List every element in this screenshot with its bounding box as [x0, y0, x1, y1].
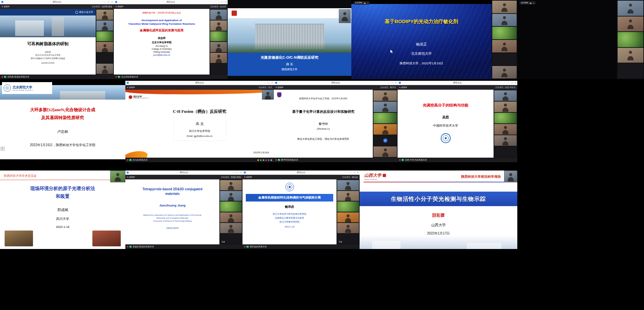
hamburger-menu-icon[interactable]	[1, 147, 5, 151]
meeting-window-13: 山西大学 Shanxi University 陕西科技大学前沿科学报告 生物活性…	[360, 170, 517, 249]
participant-video-tile[interactable]	[96, 10, 113, 20]
participant-video-tile[interactable]	[96, 53, 113, 63]
participant-video-tile[interactable]	[220, 201, 242, 212]
participant-video-tile[interactable]	[96, 31, 113, 42]
participant-sidebar[interactable]	[494, 90, 517, 158]
participant-video-tile[interactable]	[618, 48, 643, 63]
participant-video-tile[interactable]	[337, 223, 359, 233]
participant-video-tile[interactable]: R	[373, 135, 397, 146]
self-view-video[interactable]	[110, 170, 125, 182]
participant-video-tile[interactable]	[494, 113, 517, 123]
participant-video-tile[interactable]	[492, 1, 517, 13]
minimize-button[interactable]	[350, 171, 352, 173]
minimize-button[interactable]	[233, 171, 235, 173]
participant-video-tile[interactable]	[494, 102, 517, 112]
self-view-video[interactable]	[504, 170, 517, 182]
participant-video-tile[interactable]	[494, 135, 517, 146]
reaction-icon[interactable]	[257, 159, 259, 161]
participant-video-tile[interactable]	[494, 146, 517, 157]
participant-video-tile[interactable]	[494, 124, 517, 135]
participant-sidebar[interactable]	[209, 9, 228, 75]
reaction-icon[interactable]	[268, 159, 270, 161]
participant-video-tile[interactable]	[492, 66, 517, 78]
participant-video-tile[interactable]	[492, 53, 517, 66]
close-button[interactable]	[515, 82, 516, 84]
reaction-icon[interactable]	[263, 159, 264, 161]
titlebar[interactable]: 腾讯会议	[125, 170, 242, 175]
participant-video-tile[interactable]	[220, 212, 242, 223]
maximize-button[interactable]	[236, 171, 238, 173]
participant-sidebar[interactable]: 玄霜	[219, 179, 242, 244]
titlebar[interactable]: 腾讯会议	[125, 81, 274, 85]
participant-video-tile[interactable]	[210, 10, 227, 20]
reaction-icon[interactable]	[260, 159, 262, 161]
maximize-button[interactable]	[221, 1, 223, 3]
pause-recording-button[interactable]	[530, 2, 532, 4]
participant-video-tile[interactable]	[210, 42, 227, 52]
reaction-icons[interactable]	[257, 159, 272, 161]
maximize-button[interactable]	[108, 1, 110, 3]
participant-video-tile[interactable]	[373, 146, 397, 157]
close-button[interactable]	[271, 82, 273, 84]
participant-video-tile[interactable]	[492, 40, 517, 52]
participant-video-tile[interactable]	[618, 63, 643, 78]
participant-video-tile[interactable]	[492, 27, 517, 39]
minimize-button[interactable]	[508, 82, 509, 84]
participant-video-tile[interactable]	[373, 124, 397, 135]
minimize-button[interactable]	[388, 82, 390, 84]
reaction-icon[interactable]	[265, 159, 267, 161]
participant-video-tile[interactable]	[373, 113, 397, 123]
participant-video-tile[interactable]	[494, 90, 517, 101]
maximize-button[interactable]	[391, 82, 393, 84]
close-button[interactable]	[357, 171, 359, 173]
maximize-button[interactable]	[511, 82, 513, 84]
participant-video-tile[interactable]: 玄霜	[220, 234, 242, 244]
stop-recording-button[interactable]	[367, 2, 368, 4]
self-view-video[interactable]	[339, 9, 351, 23]
participant-video-tile[interactable]	[373, 90, 397, 101]
maximize-button[interactable]	[353, 171, 355, 173]
participant-video-tile[interactable]	[220, 223, 242, 233]
participant-video-tile[interactable]	[210, 64, 227, 74]
participant-sidebar[interactable]: 玄霜	[337, 179, 360, 244]
participant-video-tile[interactable]	[337, 180, 359, 190]
participant-video-tile[interactable]	[492, 14, 517, 26]
close-button[interactable]	[395, 82, 397, 84]
close-button[interactable]	[240, 171, 242, 173]
participant-video-tile[interactable]	[220, 191, 242, 201]
participant-video-tile[interactable]	[337, 201, 359, 212]
participant-video-tile[interactable]	[210, 53, 227, 63]
reaction-icon[interactable]	[271, 159, 272, 161]
stop-recording-button[interactable]	[533, 2, 534, 4]
titlebar[interactable]: 腾讯会议	[274, 81, 398, 85]
participant-video-tile[interactable]	[210, 20, 227, 31]
participant-video-tile[interactable]	[337, 191, 359, 201]
participant-video-tile[interactable]	[96, 42, 113, 52]
participant-video-tile[interactable]	[337, 212, 359, 223]
close-button[interactable]	[111, 1, 113, 3]
titlebar[interactable]: 腾讯会议	[0, 0, 114, 4]
participant-video-tile[interactable]	[210, 31, 227, 42]
pause-recording-button[interactable]	[364, 2, 366, 4]
self-view-video[interactable]	[262, 90, 274, 100]
minimize-button[interactable]	[105, 1, 106, 3]
participant-video-tile[interactable]	[220, 180, 242, 190]
participant-sidebar[interactable]	[96, 9, 114, 75]
participant-sidebar[interactable]	[492, 0, 517, 79]
participant-video-tile[interactable]	[96, 64, 113, 74]
participant-video-tile[interactable]	[618, 16, 643, 32]
participant-video-tile[interactable]	[618, 1, 643, 16]
titlebar[interactable]: 腾讯会议	[398, 81, 517, 85]
close-button[interactable]	[225, 1, 227, 3]
participant-video-tile[interactable]	[618, 32, 643, 47]
participant-sidebar[interactable]	[617, 0, 644, 79]
maximize-button[interactable]	[268, 82, 270, 84]
minimize-button[interactable]	[218, 1, 220, 3]
participant-sidebar[interactable]: R	[373, 90, 398, 158]
titlebar[interactable]: 腾讯会议	[114, 0, 228, 4]
minimize-button[interactable]	[265, 82, 266, 84]
participant-video-tile[interactable]	[96, 20, 113, 31]
participant-video-tile[interactable]: 玄霜	[337, 234, 359, 244]
participant-video-tile[interactable]	[373, 102, 397, 112]
titlebar[interactable]: 腾讯会议	[242, 170, 360, 175]
